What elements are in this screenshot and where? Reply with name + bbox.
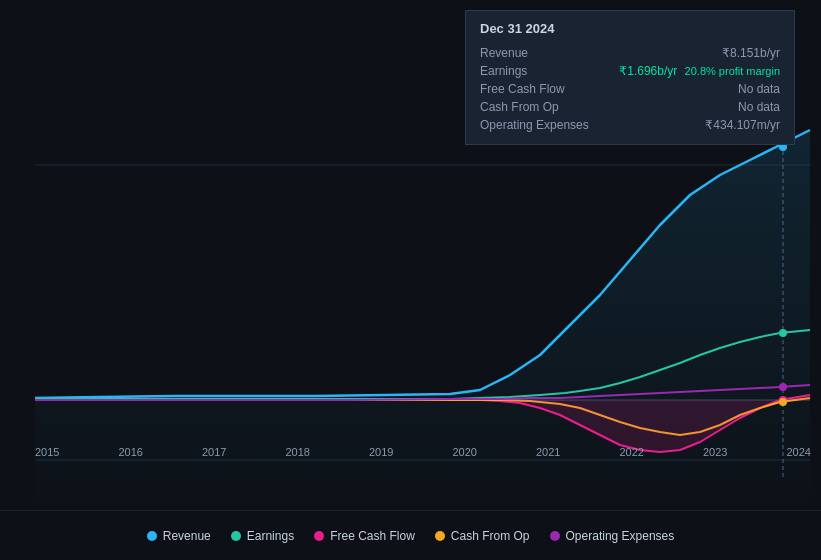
tooltip-cashfromop-value: No data bbox=[738, 100, 780, 114]
x-label-2015: 2015 bbox=[35, 446, 59, 458]
legend-dot-fcf bbox=[314, 531, 324, 541]
legend-label-opex: Operating Expenses bbox=[566, 529, 675, 543]
legend-dot-earnings bbox=[231, 531, 241, 541]
tooltip-revenue-label: Revenue bbox=[480, 46, 610, 60]
tooltip-revenue-value: ₹8.151b/yr bbox=[722, 46, 780, 60]
legend-fcf[interactable]: Free Cash Flow bbox=[314, 529, 415, 543]
tooltip-earnings-label: Earnings bbox=[480, 64, 610, 78]
x-label-2021: 2021 bbox=[536, 446, 560, 458]
x-label-2020: 2020 bbox=[453, 446, 477, 458]
legend-earnings[interactable]: Earnings bbox=[231, 529, 294, 543]
tooltip-date: Dec 31 2024 bbox=[480, 21, 780, 36]
tooltip-revenue-row: Revenue ₹8.151b/yr bbox=[480, 44, 780, 62]
tooltip-opex-label: Operating Expenses bbox=[480, 118, 610, 132]
x-label-2024: 2024 bbox=[787, 446, 811, 458]
svg-point-8 bbox=[779, 398, 787, 406]
x-label-2022: 2022 bbox=[620, 446, 644, 458]
legend-dot-opex bbox=[550, 531, 560, 541]
x-label-2019: 2019 bbox=[369, 446, 393, 458]
tooltip-box: Dec 31 2024 Revenue ₹8.151b/yr Earnings … bbox=[465, 10, 795, 145]
x-label-2023: 2023 bbox=[703, 446, 727, 458]
x-label-2017: 2017 bbox=[202, 446, 226, 458]
legend-opex[interactable]: Operating Expenses bbox=[550, 529, 675, 543]
tooltip-earnings-row: Earnings ₹1.696b/yr 20.8% profit margin bbox=[480, 62, 780, 80]
legend-label-fcf: Free Cash Flow bbox=[330, 529, 415, 543]
tooltip-cashfromop-row: Cash From Op No data bbox=[480, 98, 780, 116]
x-label-2018: 2018 bbox=[286, 446, 310, 458]
x-label-2016: 2016 bbox=[119, 446, 143, 458]
legend-label-earnings: Earnings bbox=[247, 529, 294, 543]
tooltip-opex-value: ₹434.107m/yr bbox=[705, 118, 780, 132]
svg-point-6 bbox=[779, 329, 787, 337]
chart-area: ₹9b ₹0 -₹2b bbox=[0, 0, 821, 510]
legend-cashfromop[interactable]: Cash From Op bbox=[435, 529, 530, 543]
tooltip-opex-row: Operating Expenses ₹434.107m/yr bbox=[480, 116, 780, 134]
legend-bar: Revenue Earnings Free Cash Flow Cash Fro… bbox=[0, 510, 821, 560]
legend-dot-revenue bbox=[147, 531, 157, 541]
tooltip-fcf-value: No data bbox=[738, 82, 780, 96]
tooltip-fcf-label: Free Cash Flow bbox=[480, 82, 610, 96]
tooltip-fcf-row: Free Cash Flow No data bbox=[480, 80, 780, 98]
tooltip-earnings-value: ₹1.696b/yr 20.8% profit margin bbox=[619, 64, 780, 78]
legend-revenue[interactable]: Revenue bbox=[147, 529, 211, 543]
x-axis: 2015 2016 2017 2018 2019 2020 2021 2022 … bbox=[35, 446, 811, 458]
legend-label-revenue: Revenue bbox=[163, 529, 211, 543]
svg-point-9 bbox=[779, 383, 787, 391]
tooltip-cashfromop-label: Cash From Op bbox=[480, 100, 610, 114]
legend-label-cashfromop: Cash From Op bbox=[451, 529, 530, 543]
legend-dot-cashfromop bbox=[435, 531, 445, 541]
